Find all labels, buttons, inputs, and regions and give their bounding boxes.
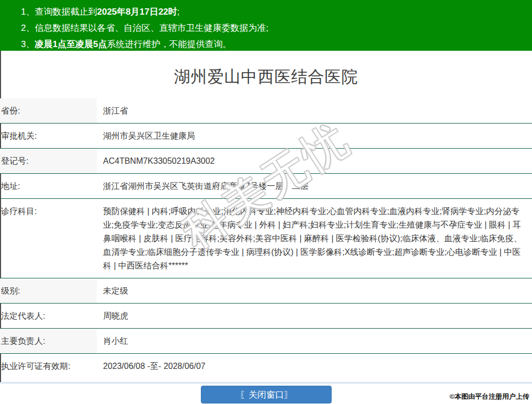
notice-text: 1、查询数据截止到 bbox=[21, 7, 97, 17]
notice-text: 系统进行维护，不能提供查询。 bbox=[107, 39, 231, 49]
table-row-address: 地址: 浙江省湖州市吴兴区飞英街道府庙商城7号楼一层、二层 bbox=[0, 174, 532, 199]
field-value: 未定级 bbox=[97, 278, 532, 304]
field-value: 浙江省 bbox=[97, 98, 532, 124]
table-row-level: 级别: 未定级 bbox=[0, 278, 532, 304]
field-label: 法定代表人: bbox=[0, 304, 97, 329]
page: 1、查询数据截止到2025年8月17日22时; 2、信息数据结果以各省、自治区、… bbox=[0, 0, 532, 404]
field-value: 周晓虎 bbox=[97, 304, 532, 329]
notice-text: 3、 bbox=[21, 39, 35, 49]
table-row-approval-authority: 审批机关: 湖州市吴兴区卫生健康局 bbox=[0, 124, 532, 149]
notice-text-bold: 凌晨1点至凌晨5点 bbox=[35, 39, 107, 49]
field-label: 主要负责人: bbox=[0, 329, 97, 354]
notice-line-3: 3、凌晨1点至凌晨5点系统进行维护，不能提供查询。 bbox=[21, 36, 527, 52]
field-value: 预防保健科 | 内科;呼吸内科专业;消化内科专业;神经内科专业;心血管内科专业;… bbox=[97, 199, 532, 278]
field-label: 诊疗科目: bbox=[0, 199, 97, 278]
field-label: 地址: bbox=[0, 174, 97, 199]
notice-line-2: 2、信息数据结果以各省、自治区、直辖市卫生健康委数据为准; bbox=[21, 20, 527, 36]
notice-line-1: 1、查询数据截止到2025年8月17日22时; bbox=[21, 4, 527, 20]
field-value: 浙江省湖州市吴兴区飞英街道府庙商城7号楼一层、二层 bbox=[97, 174, 532, 199]
field-value: 肖小红 bbox=[97, 329, 532, 354]
upload-attribution-note: ©本图由平台注册用户上传 bbox=[449, 392, 529, 401]
field-value: 湖州市吴兴区卫生健康局 bbox=[97, 124, 532, 149]
notice-text: ; bbox=[177, 7, 180, 17]
table-row-license-validity: 执业许可证有效期: 2023/06/08 -至- 2028/06/07 bbox=[0, 354, 532, 379]
field-label: 审批机关: bbox=[0, 124, 97, 149]
notice-text-bold: 2025年8月17日22时 bbox=[97, 7, 177, 17]
table-row-medical-departments: 诊疗科目: 预防保健科 | 内科;呼吸内科专业;消化内科专业;神经内科专业;心血… bbox=[0, 199, 532, 278]
field-label: 级别: bbox=[0, 278, 97, 304]
field-label: 省份: bbox=[0, 98, 97, 124]
notice-banner: 1、查询数据截止到2025年8月17日22时; 2、信息数据结果以各省、自治区、… bbox=[0, 0, 532, 51]
footer-divider bbox=[0, 382, 532, 384]
notice-text: 2、信息数据结果以各省、自治区、直辖市卫生健康委数据为准; bbox=[21, 23, 268, 33]
close-window-button[interactable]: 〖关闭窗口〗 bbox=[201, 386, 332, 403]
table-row-principal: 主要负责人: 肖小红 bbox=[0, 329, 532, 354]
field-label: 执业许可证有效期: bbox=[0, 354, 97, 379]
hospital-title: 湖州爱山中西医结合医院 bbox=[0, 66, 532, 88]
table-row-registration-number: 登记号: AC4TBNM7K33050219A3002 bbox=[0, 149, 532, 174]
table-row-province: 省份: 浙江省 bbox=[0, 98, 532, 124]
hospital-info-table: 省份: 浙江省 审批机关: 湖州市吴兴区卫生健康局 登记号: AC4TBNM7K… bbox=[0, 98, 532, 378]
field-label: 登记号: bbox=[0, 149, 97, 174]
field-value: AC4TBNM7K33050219A3002 bbox=[97, 149, 532, 174]
table-row-legal-representative: 法定代表人: 周晓虎 bbox=[0, 304, 532, 329]
field-value: 2023/06/08 -至- 2028/06/07 bbox=[97, 354, 532, 379]
